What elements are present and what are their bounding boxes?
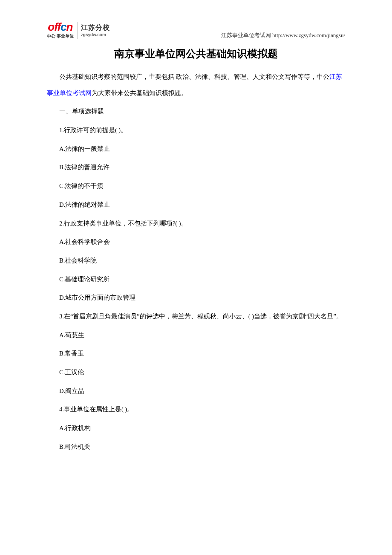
- question-1: 1.行政许可的前提是( )。: [47, 122, 345, 139]
- question-4: 4.事业单位在属性上是( )。: [47, 402, 345, 418]
- page-header: offcn 中公·事业单位 江苏分校 zgsydw.com 江苏事业单位考试网 …: [47, 21, 345, 39]
- question-3: 3.在“首届京剧旦角最佳演员”的评选中，梅兰芳、程砚秋、尚小云、( )当选，被誉…: [47, 309, 345, 325]
- question-1-option-d: D.法律的绝对禁止: [47, 197, 345, 213]
- intro-text-2: 为大家带来公共基础知识模拟题。: [92, 90, 187, 96]
- question-4-option-b: B.司法机关: [47, 439, 345, 455]
- logo-divider: [77, 22, 78, 39]
- question-2: 2.行政支持类事业单位，不包括下列哪项?( )。: [47, 216, 345, 232]
- logo-right: 江苏分校 zgsydw.com: [81, 23, 110, 37]
- question-3-option-c: C.王汉伦: [47, 364, 345, 381]
- question-3-option-a: A.荀慧生: [47, 327, 345, 344]
- logo-left: offcn 中公·事业单位: [47, 21, 74, 39]
- header-url: 江苏事业单位考试网 http://www.zgsydw.com/jiangsu/: [221, 32, 345, 39]
- question-4-option-a: A.行政机构: [47, 420, 345, 436]
- question-3-option-b: B.常香玉: [47, 346, 345, 362]
- page-title: 南京事业单位网公共基础知识模拟题: [47, 47, 345, 61]
- logo-subtitle: 中公·事业单位: [47, 33, 74, 39]
- intro-text-1: 公共基础知识考察的范围较广，主要包括 政治、法律、科技、管理、人文和公文写作等等…: [59, 73, 329, 80]
- question-1-option-a: A.法律的一般禁止: [47, 141, 345, 157]
- logo-domain: zgsydw.com: [81, 32, 110, 37]
- logo-school: 江苏分校: [81, 23, 110, 32]
- question-3-option-d: D.阎立品: [47, 383, 345, 399]
- intro-paragraph: 公共基础知识考察的范围较广，主要包括 政治、法律、科技、管理、人文和公文写作等等…: [47, 69, 345, 101]
- section-heading: 一、单项选择题: [47, 104, 345, 120]
- question-1-option-b: B.法律的普遍允许: [47, 159, 345, 176]
- content-body: 公共基础知识考察的范围较广，主要包括 政治、法律、科技、管理、人文和公文写作等等…: [47, 69, 345, 455]
- question-2-option-a: A.社会科学联合会: [47, 234, 345, 250]
- question-2-option-d: D.城市公用方面的市政管理: [47, 290, 345, 306]
- logo-area: offcn 中公·事业单位 江苏分校 zgsydw.com: [47, 21, 110, 39]
- question-2-option-b: B.社会科学院: [47, 253, 345, 269]
- question-1-option-c: C.法律的不干预: [47, 178, 345, 194]
- question-2-option-c: C.基础理论研究所: [47, 272, 345, 288]
- logo-main: offcn: [48, 21, 72, 32]
